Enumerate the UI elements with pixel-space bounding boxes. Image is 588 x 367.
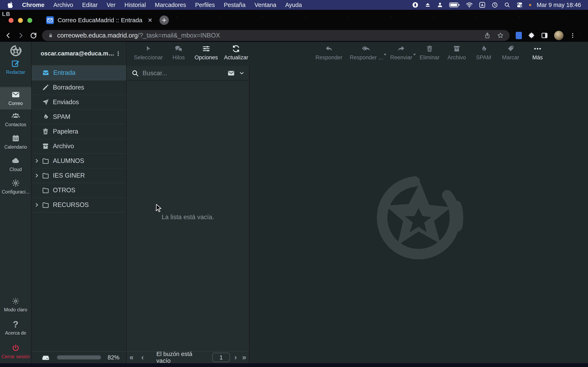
tab-close-icon[interactable]: ✕ — [148, 17, 152, 24]
close-window-button[interactable] — [9, 18, 13, 23]
forward-button[interactable] — [17, 32, 25, 39]
folder-row-spam[interactable]: SPAM — [32, 110, 126, 124]
menu-item-perfiles[interactable]: Perfiles — [195, 2, 215, 8]
side-panel-icon[interactable] — [541, 32, 548, 39]
minimize-window-button[interactable] — [18, 18, 23, 23]
chat-bubbles-icon — [174, 44, 183, 53]
apple-menu-icon[interactable] — [8, 2, 13, 8]
bookmark-star-icon[interactable] — [497, 32, 504, 39]
pinned-extension-icon[interactable] — [516, 32, 522, 39]
tab-favicon-mail-icon — [46, 16, 54, 24]
delete-button[interactable]: Eliminar — [420, 44, 440, 61]
folder-row-entrada[interactable]: Entrada — [32, 66, 126, 80]
menu-item-ayuda[interactable]: Ayuda — [285, 2, 302, 8]
refresh-button[interactable]: Actualizar — [224, 44, 248, 61]
expand-chevron-icon[interactable] — [34, 173, 39, 178]
folder-row-archivo[interactable]: Archivo — [32, 139, 126, 154]
menu-item-pestana[interactable]: Pestaña — [224, 2, 245, 8]
search-input[interactable] — [143, 69, 227, 77]
folder-row-otros[interactable]: OTROS — [32, 183, 126, 198]
folder-icon — [42, 157, 49, 165]
sidebar-item-calendar[interactable]: Calendario — [0, 134, 31, 150]
browser-tab[interactable]: Correo EducaMadrid :: Entrada ✕ — [46, 16, 153, 24]
menu-item-historial[interactable]: Historial — [125, 2, 146, 8]
threads-button[interactable]: Hilos — [169, 44, 189, 61]
browser-menu-icon[interactable] — [570, 33, 576, 39]
sidebar-item-mail[interactable]: Correo — [0, 90, 31, 106]
address-bar[interactable]: correoweb.educa.madrid.org/?_task=mail&_… — [42, 30, 510, 41]
menu-item-archivo[interactable]: Archivo — [53, 2, 73, 8]
last-page-button[interactable]: » — [242, 354, 246, 361]
folder-row-borradores[interactable]: Borradores — [32, 80, 126, 95]
time-machine-icon[interactable] — [492, 2, 498, 8]
dropdown-caret-icon[interactable] — [413, 53, 416, 56]
archive-button[interactable]: Archivo — [447, 44, 467, 61]
expand-chevron-icon[interactable] — [34, 202, 39, 208]
sidebar-item-contacts[interactable]: Contactos — [0, 111, 31, 127]
control-center-icon[interactable] — [516, 2, 523, 8]
spam-button[interactable]: SPAM — [474, 44, 493, 61]
sun-icon — [12, 297, 20, 305]
app-sidebar: Redactar Correo Contactos Calendario — [0, 42, 32, 363]
sidebar-item-label: Correo — [8, 101, 23, 106]
menu-item-editar[interactable]: Editar — [82, 2, 98, 8]
sidebar-item-settings[interactable]: Configuraci... — [0, 179, 31, 195]
reply-all-button[interactable]: Responder ... — [350, 44, 383, 61]
prev-page-button[interactable]: ‹ — [141, 354, 144, 361]
svg-text:A: A — [481, 3, 484, 7]
screen-record-icon[interactable] — [412, 2, 419, 8]
extensions-puzzle-icon[interactable] — [528, 32, 535, 39]
menu-item-chrome[interactable]: Chrome — [22, 2, 44, 8]
folder-list-panel: oscar.camara@educa.madri... Entrada Borr… — [32, 42, 127, 363]
search-options-chevron-icon[interactable] — [239, 70, 245, 76]
folder-row-enviados[interactable]: Enviados — [32, 95, 126, 110]
share-icon[interactable] — [484, 32, 491, 39]
more-button[interactable]: Más — [528, 44, 547, 61]
menu-item-ventana[interactable]: Ventana — [255, 2, 276, 8]
folder-row-papelera[interactable]: Papelera — [32, 124, 126, 139]
page-input[interactable] — [212, 353, 230, 362]
menu-item-marcadores[interactable]: Marcadores — [155, 2, 186, 8]
folder-row-recursos[interactable]: RECURSOS — [32, 198, 126, 212]
sidebar-item-mail-selected[interactable]: Correo — [0, 87, 31, 109]
reload-button[interactable] — [30, 32, 37, 39]
profile-avatar[interactable] — [554, 31, 563, 40]
sidebar-item-compose[interactable]: Redactar — [0, 59, 31, 75]
folder-label: Papelera — [53, 128, 78, 135]
input-source-icon[interactable]: A — [479, 2, 485, 8]
mark-button[interactable]: Marcar — [501, 44, 520, 61]
battery-icon[interactable] — [449, 2, 460, 8]
forward-button[interactable]: Reenviar — [390, 44, 412, 61]
options-button[interactable]: Opciones — [195, 44, 218, 61]
dropdown-caret-icon[interactable] — [383, 53, 387, 56]
folder-row-alumnos[interactable]: ALUMNOS — [32, 154, 126, 168]
search-scope-mail-icon[interactable] — [227, 69, 235, 77]
menu-item-ver[interactable]: Ver — [107, 2, 116, 8]
folder-row-ies-giner[interactable]: IES GINER — [32, 168, 126, 183]
user-switch-icon[interactable] — [437, 2, 443, 8]
reply-button[interactable]: Responder — [315, 44, 342, 61]
browser-toolbar: correoweb.educa.madrid.org/?_task=mail&_… — [0, 29, 588, 42]
spotlight-icon[interactable] — [504, 2, 510, 8]
back-button[interactable] — [4, 32, 12, 39]
expand-chevron-icon[interactable] — [34, 158, 39, 164]
account-menu-kebab-icon[interactable] — [116, 50, 121, 57]
menu-bar-clock[interactable]: Mar 9 may 18:46 — [536, 2, 581, 8]
inbox-icon — [42, 69, 50, 77]
next-page-button[interactable]: › — [234, 354, 237, 361]
wifi-icon[interactable] — [466, 2, 473, 8]
select-button[interactable]: Seleccionar — [134, 44, 163, 61]
reply-icon — [325, 44, 333, 53]
eject-icon[interactable] — [425, 2, 431, 8]
lock-icon[interactable] — [48, 33, 53, 38]
sidebar-item-cloud[interactable]: Cloud — [0, 156, 31, 172]
new-tab-button[interactable] — [159, 16, 169, 25]
first-page-button[interactable]: « — [130, 354, 134, 361]
account-header[interactable]: oscar.camara@educa.madri... — [32, 42, 126, 66]
sidebar-item-logout[interactable]: Cerrar sesión — [0, 344, 31, 359]
zoom-window-button[interactable] — [27, 18, 32, 23]
desktop-wallpaper-strip — [0, 363, 588, 367]
sidebar-item-about[interactable]: ? Acerca de — [0, 320, 31, 336]
sidebar-item-light-mode[interactable]: Modo claro — [0, 297, 31, 313]
search-bar[interactable] — [127, 66, 249, 81]
